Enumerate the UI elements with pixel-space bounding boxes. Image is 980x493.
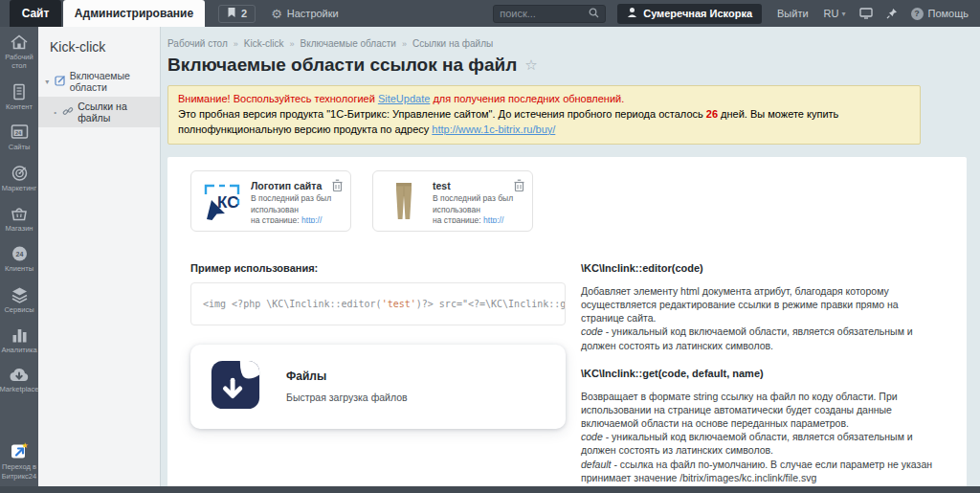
breadcrumb-item[interactable]: Kick-click — [244, 38, 284, 49]
file-download-icon — [210, 359, 261, 415]
sidebar-item-analytics[interactable]: Аналитика — [0, 320, 38, 360]
file-card-title: test — [433, 180, 524, 193]
sidebar-item-label: Сервисы — [4, 305, 33, 314]
menu-item-label: Ссылки на файлы — [78, 101, 154, 123]
breadcrumb-item[interactable]: Включаемые области — [300, 38, 395, 49]
doc-paragraph: code - уникальный код включаемой области… — [581, 430, 944, 457]
breadcrumb-item[interactable]: Ссылки на файлы — [412, 38, 493, 49]
search-input[interactable] — [500, 8, 589, 19]
notice-days-left: 26 — [706, 108, 718, 120]
svg-text:★: ★ — [21, 441, 28, 450]
settings-button[interactable]: ⚙ Настройки — [271, 8, 339, 20]
file-card[interactable]: КСЛоготип сайтаВ последний раз был испол… — [190, 170, 351, 232]
doc-param-name: default — [581, 459, 612, 470]
notice-trial-text: Это пробная версия продукта "1С-Битрикс:… — [178, 108, 706, 120]
menu-item-file-links[interactable]: • Ссылки на файлы — [38, 97, 160, 127]
module-menu: Kick-click ▾ Включаемые области • Ссылки… — [38, 27, 161, 486]
file-card-page-link[interactable]: http://сайт/url/ — [251, 215, 322, 223]
top-bar: Сайт Администрирование 2 ⚙ Настройки Сум… — [0, 0, 980, 27]
code-text: <img <?php \KC\Inclink::editor( — [203, 299, 382, 309]
file-card-title: Логотип сайта — [251, 180, 343, 193]
files-upload-card[interactable]: Файлы Быстрая загрузка файлов — [190, 345, 566, 429]
buy-link[interactable]: http://www.1c-bitrix.ru/buy/ — [432, 123, 555, 135]
breadcrumb-item[interactable]: Рабочий стол — [167, 38, 228, 49]
target-icon — [11, 165, 29, 182]
content-panel: КСЛоготип сайтаВ последний раз был испол… — [167, 157, 967, 486]
file-cards-row: КСЛоготип сайтаВ последний раз был испол… — [190, 170, 944, 232]
language-selector[interactable]: RU ▾ — [824, 8, 846, 19]
cloud-icon — [9, 367, 30, 383]
file-card-usage-line: В последний раз был использован — [251, 193, 343, 214]
sidebar-item-marketing[interactable]: Маркетинг — [0, 158, 38, 198]
trash-icon[interactable] — [332, 178, 343, 195]
file-card-usage-line: на странице: http://сайт/url/ — [251, 215, 343, 223]
settings-label: Настройки — [287, 8, 339, 19]
language-label: RU — [824, 8, 839, 19]
trial-notice: Внимание! Воспользуйтесь технологией Sit… — [167, 85, 921, 145]
siteupdate-link[interactable]: SiteUpdate — [378, 93, 430, 104]
doc-param-name: code — [581, 325, 603, 337]
sidebar-item-label: Клиенты — [5, 264, 33, 273]
user-button[interactable]: Сумеречная Искорка — [617, 4, 762, 24]
doc-heading: \KC\Inclink::editor(code) — [581, 262, 944, 274]
sidebar-item-bitrix24[interactable]: ★Переход в Битрикс24 — [0, 435, 38, 486]
basket-icon — [10, 205, 29, 222]
logout-link[interactable]: Выйти — [777, 8, 809, 19]
doc-block: \KC\Inclink::editor(code)Добавляет элеме… — [581, 262, 944, 352]
breadcrumb-separator: » — [289, 39, 294, 49]
sidebar-item-clients[interactable]: 24Клиенты — [0, 238, 38, 279]
file-card-usage-line: В последний раз был использован — [433, 193, 524, 214]
pants-image — [383, 180, 425, 222]
files-card-text: Файлы Быстрая загрузка файлов — [286, 370, 408, 403]
icon-sidebar: Рабочий столКонтент24СайтыМаркетингМагаз… — [0, 27, 38, 486]
sidebar-item-desktop[interactable]: Рабочий стол — [0, 27, 38, 77]
menu-item-label: Включаемые области — [70, 70, 154, 93]
search-icon[interactable] — [589, 5, 599, 22]
module-title: Kick-click — [38, 27, 160, 66]
pin-icon[interactable] — [886, 8, 898, 19]
bitrix24-icon: ★ — [10, 441, 29, 460]
file-card-usage-line: на странице: http://сайт/url/ — [433, 215, 524, 223]
svg-text:24: 24 — [14, 130, 21, 136]
trash-icon[interactable] — [514, 178, 524, 195]
tree-bullet: • — [52, 108, 58, 117]
menu-item-included-areas[interactable]: ▾ Включаемые области — [38, 66, 160, 97]
chevron-down-icon[interactable]: ▾ — [44, 78, 51, 86]
left-column: Пример использования: <img <?php \KC\Inc… — [190, 262, 566, 486]
example-label: Пример использования: — [190, 262, 566, 274]
doc-paragraph: code - уникальный код включаемой области… — [581, 325, 944, 351]
main-area: Рабочий стол»Kick-click»Включаемые облас… — [161, 27, 980, 486]
doc-heading: \KC\Inclink::get(code, default, name) — [581, 368, 944, 379]
favorite-star-icon[interactable]: ☆ — [524, 56, 537, 74]
code-text: )?> src="<?=\KC\Inclink::get( — [416, 299, 566, 309]
notifications-button[interactable]: 2 — [218, 5, 256, 23]
sidebar-item-shop[interactable]: Магазин — [0, 198, 38, 238]
document-icon — [11, 83, 28, 101]
sidebar-item-label: Рабочий стол — [0, 53, 38, 71]
sidebar-item-content[interactable]: Контент — [0, 77, 38, 117]
search-box[interactable] — [493, 5, 606, 23]
file-card-page-link[interactable]: http://сайт/url/ — [433, 215, 503, 223]
desktop-mode-icon[interactable] — [859, 8, 873, 19]
doc-param-name: code — [581, 431, 603, 442]
sidebar-item-label: Сайты — [9, 143, 31, 151]
tab-admin[interactable]: Администрирование — [63, 0, 205, 27]
sidebar-item-label: Переход в Битрикс24 — [0, 462, 38, 481]
sidebar-item-label: Магазин — [6, 224, 33, 233]
help-button[interactable]: ? Помощь — [911, 8, 969, 20]
chart-icon — [11, 326, 29, 344]
edit-icon — [55, 75, 66, 88]
files-card-title: Файлы — [286, 370, 408, 383]
sidebar-item-label: Маркетинг — [2, 184, 36, 192]
tab-site[interactable]: Сайт — [10, 0, 61, 27]
notice-line-2: Это пробная версия продукта "1С-Битрикс:… — [178, 107, 910, 138]
file-card[interactable]: testВ последний раз был использованна ст… — [372, 170, 533, 232]
sidebar-item-label: Контент — [6, 102, 33, 111]
home-icon — [10, 34, 29, 51]
sidebar-item-marketplace[interactable]: Marketplace — [0, 360, 38, 399]
sidebar-item-sites[interactable]: 24Сайты — [0, 117, 38, 157]
sidebar-item-services[interactable]: Сервисы — [0, 280, 38, 320]
link-icon — [62, 105, 74, 119]
breadcrumb-separator: » — [234, 39, 238, 49]
files-card-subtitle: Быстрая загрузка файлов — [286, 392, 408, 403]
